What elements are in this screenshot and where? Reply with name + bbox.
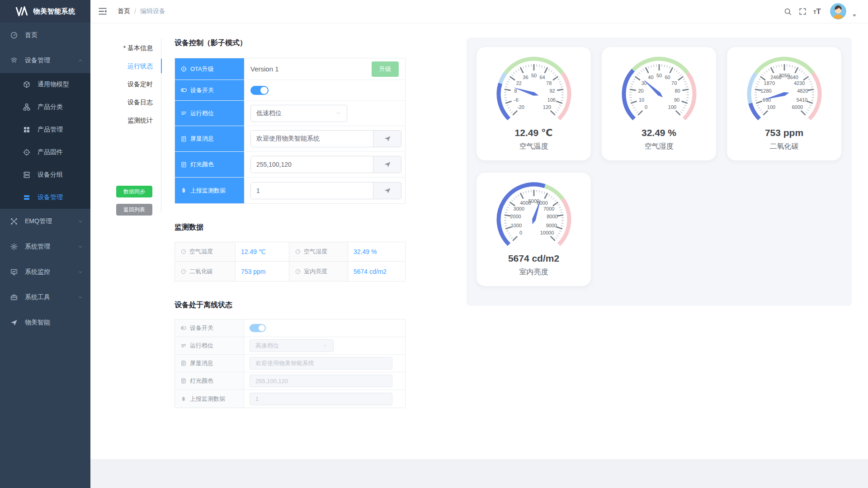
device-list-icon <box>23 193 31 202</box>
svg-text:90: 90 <box>674 97 679 103</box>
font-size-icon[interactable]: TT <box>813 8 821 15</box>
svg-text:10: 10 <box>638 97 644 103</box>
svg-text:100: 100 <box>767 104 775 110</box>
sidebar-item-label: 产品管理 <box>38 126 63 134</box>
sidebar-item-device-mgmt[interactable]: 设备管理 <box>0 186 90 209</box>
offline-row-light: 灯光颜色 255,100,120 <box>175 372 405 390</box>
offline-row-switch: 设备开关 <box>175 319 405 337</box>
monitor-label: 室内亮度 <box>289 262 348 281</box>
sidebar-item-common-model[interactable]: 通用物模型 <box>0 73 90 96</box>
topbar-right: TT <box>783 3 856 19</box>
send-message-button[interactable] <box>373 131 401 147</box>
run-level-select[interactable]: 低速档位 <box>250 105 347 122</box>
svg-text:50: 50 <box>531 73 536 78</box>
svg-text:106: 106 <box>547 97 555 103</box>
sidebar-item-device-mgmt-group[interactable]: 设备管理 <box>0 48 90 73</box>
device-control-column: 设备控制（影子模式） OTA升级 Version 1 升级 设备开关 <box>175 38 406 408</box>
doc-icon <box>180 378 187 384</box>
sidebar-item-device-group[interactable]: 设备分组 <box>0 164 90 186</box>
back-to-list-button[interactable]: 返回列表 <box>116 204 152 216</box>
monitor-label: 空气温度 <box>175 242 236 262</box>
control-row-light: 灯光颜色 <box>175 152 405 178</box>
sidebar-item-product-mgmt[interactable]: 产品管理 <box>0 118 90 141</box>
gear-icon <box>10 243 18 251</box>
chevron-up-icon <box>78 58 83 63</box>
app-title: 物美智能系统 <box>33 7 75 16</box>
logo-bar[interactable]: 物美智能系统 <box>0 0 90 23</box>
sidebar-item-system-mgmt[interactable]: 系统管理 <box>0 234 90 259</box>
tab-device-timer[interactable]: 设备定时 <box>90 75 161 93</box>
chevron-down-icon <box>78 244 83 249</box>
switch-icon <box>180 325 187 331</box>
clip-icon <box>180 396 187 402</box>
upgrade-button[interactable]: 升级 <box>372 61 399 77</box>
chevron-down-icon <box>78 269 83 275</box>
meter-icon <box>180 249 187 255</box>
gauge-svg: 0102030405060708090100 <box>609 54 709 125</box>
send-report-button[interactable] <box>373 183 401 199</box>
grid-icon <box>23 126 31 134</box>
control-row-message: 屏显消息 <box>175 126 405 152</box>
sidebar-item-system-tools[interactable]: 系统工具 <box>0 285 90 310</box>
meter-icon <box>295 249 301 255</box>
breadcrumb-separator: / <box>134 8 136 15</box>
sidebar-item-product-firmware[interactable]: 产品固件 <box>0 141 90 164</box>
light-color-input[interactable] <box>251 156 373 173</box>
offline-device-switch-toggle[interactable] <box>250 324 266 332</box>
sidebar-collapse-icon[interactable] <box>98 6 108 16</box>
svg-text:8: 8 <box>514 88 517 94</box>
gauge-value: 32.49 % <box>602 127 716 138</box>
svg-text:0: 0 <box>519 230 522 235</box>
sidebar-item-product-category[interactable]: 产品分类 <box>0 96 90 118</box>
svg-text:1280: 1280 <box>760 88 771 94</box>
toolbox-icon <box>10 293 18 301</box>
offline-row-report: 上报监测数据 1 <box>175 390 405 408</box>
svg-text:1000: 1000 <box>510 223 521 228</box>
sidebar-item-system-monitor[interactable]: 系统监控 <box>0 259 90 285</box>
app-root: 物美智能系统 首页设备管理通用物模型产品分类产品管理产品固件设备分组设备管理EM… <box>0 0 868 488</box>
monitor-section-title: 监测数据 <box>175 223 406 232</box>
sidebar-menu: 首页设备管理通用物模型产品分类产品管理产品固件设备分组设备管理EMQ管理系统管理… <box>0 23 90 335</box>
svg-text:8000: 8000 <box>547 214 557 219</box>
avatar[interactable] <box>830 3 846 19</box>
send-icon <box>383 187 392 195</box>
breadcrumb-home[interactable]: 首页 <box>118 7 130 15</box>
svg-text:50: 50 <box>656 73 661 78</box>
svg-text:30: 30 <box>641 80 646 86</box>
tab-basic-info[interactable]: * 基本信息 <box>90 39 161 57</box>
gauge-card: 010203040506070809010032.49 %空气湿度 <box>601 47 717 161</box>
gauge-title: 室内亮度 <box>476 267 591 277</box>
sidebar-item-label: EMQ管理 <box>25 217 52 225</box>
emq-icon <box>10 217 18 225</box>
dashboard-icon <box>10 31 18 39</box>
send-light-color-button[interactable] <box>373 156 401 173</box>
gauge-card: -20-6822365064789210612012.49 ℃空气温度 <box>476 47 591 161</box>
sidebar-item-home[interactable]: 首页 <box>0 23 90 48</box>
svg-text:64: 64 <box>539 75 545 80</box>
caret-down-icon[interactable] <box>853 14 856 17</box>
svg-text:36: 36 <box>523 75 528 80</box>
device-switch-toggle[interactable] <box>250 86 269 95</box>
tab-monitor-stats[interactable]: 监测统计 <box>90 111 161 129</box>
monitor-table: 空气温度 12.49 ℃ 空气湿度 32.49 % 二氧化碳 753 ppm 室… <box>175 242 406 282</box>
search-icon[interactable] <box>783 7 792 16</box>
group-icon <box>23 171 31 179</box>
devices-icon <box>10 56 18 65</box>
svg-text:0: 0 <box>644 104 647 110</box>
data-sync-button[interactable]: 数据同步 <box>116 186 152 197</box>
sidebar-item-wumei-smart[interactable]: 物美智能 <box>0 310 90 335</box>
screen-message-input[interactable] <box>251 131 373 147</box>
svg-text:4230: 4230 <box>793 80 804 86</box>
sidebar-item-emq-mgmt[interactable]: EMQ管理 <box>0 209 90 234</box>
tab-device-log[interactable]: 设备日志 <box>90 93 161 111</box>
svg-text:92: 92 <box>549 88 555 94</box>
report-data-input[interactable] <box>251 183 373 199</box>
sidebar-item-label: 设备分组 <box>38 171 63 179</box>
offline-run-level-select[interactable]: 高速档位 <box>250 339 334 352</box>
gauge-svg: -20-68223650647892106120 <box>484 54 584 125</box>
gauge-svg: 0100020003000400050006000700080009000100… <box>484 180 584 250</box>
tab-run-status[interactable]: 运行状态 <box>90 57 161 75</box>
fullscreen-icon[interactable] <box>798 7 807 16</box>
svg-text:20: 20 <box>638 88 643 94</box>
send-icon <box>383 160 392 169</box>
